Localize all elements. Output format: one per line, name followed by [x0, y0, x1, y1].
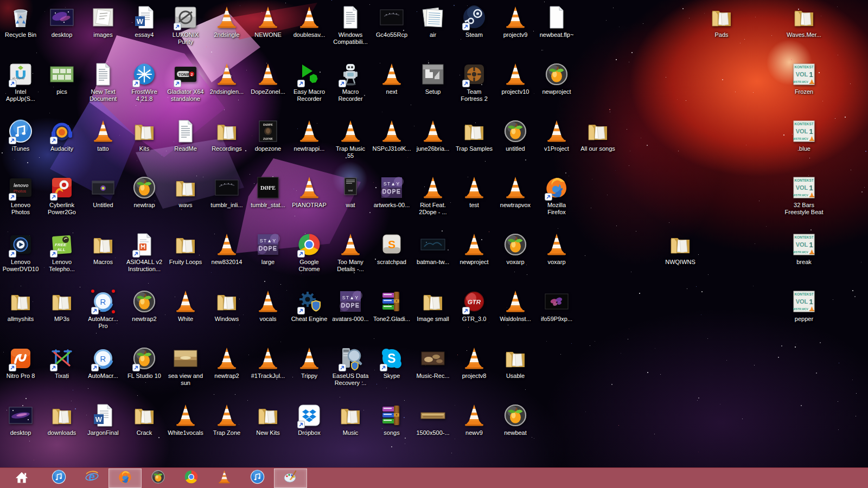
desktop-icon-test[interactable]: test — [454, 175, 495, 209]
desktop-icon-newproject-vlc[interactable]: newproject — [454, 232, 495, 266]
desktop-icon-white1vocals[interactable]: White1vocals — [165, 402, 206, 436]
desktop-icon-1500x500[interactable]: 1500x500-... — [412, 402, 454, 436]
desktop-icon-luxonix-purity[interactable]: LUXONIX Purity — [165, 4, 206, 46]
desktop-icon-itunes[interactable]: iTunes — [0, 118, 41, 152]
desktop-icon-scratchpad[interactable]: Sscratchpad — [371, 232, 412, 266]
taskbar-itunes[interactable] — [42, 468, 75, 488]
desktop-icon-voxarp-fl[interactable]: voxarp — [495, 232, 536, 266]
desktop-icon-setup[interactable]: Setup — [412, 61, 454, 95]
desktop-icon-newone[interactable]: NEWONE — [247, 4, 289, 38]
desktop-icon-white[interactable]: White — [165, 288, 206, 323]
desktop-icon-voxarp-vlc[interactable]: voxarp — [536, 232, 577, 266]
desktop-icon-newtrap2-vlc[interactable]: newtrap2 — [206, 345, 247, 380]
start-button[interactable] — [8, 468, 36, 488]
desktop-icon-allmyshits[interactable]: allmyshits — [0, 288, 41, 323]
desktop-icon-avatars-000[interactable]: ST▲YDOPEavatars-000... — [330, 288, 371, 323]
desktop-icon-tone2-gladi-rar[interactable]: Tone2.Gladi... — [371, 288, 412, 323]
desktop-icon-new-kits[interactable]: New Kits — [247, 402, 289, 436]
desktop-icon-v1project[interactable]: v1Project — [536, 118, 577, 152]
desktop-icon-2ndsingle[interactable]: 2ndsingle — [206, 4, 247, 38]
desktop-icon-newbeat-fl[interactable]: newbeat — [495, 402, 536, 436]
desktop-icon-tumblr-stat[interactable]: DØPEtumblr_stat... — [247, 175, 289, 209]
desktop-icon-large[interactable]: ST▲YDOPElarge — [247, 232, 289, 266]
desktop-icon-next[interactable]: next — [371, 61, 412, 95]
desktop-icon-mp3s[interactable]: MP3s — [41, 288, 82, 323]
desktop-icon-projectv9[interactable]: projectv9 — [495, 4, 536, 38]
desktop-icon-doublesav[interactable]: doublesav... — [289, 4, 330, 38]
desktop-icon-tumblr-inli[interactable]: tumblr_inli... — [206, 175, 247, 209]
desktop-icon-tixati[interactable]: Tixati — [41, 345, 82, 380]
desktop-icon-intel-appup[interactable]: el AppUpIntel AppUp(S... — [0, 61, 41, 102]
desktop-icon-batman-tw[interactable]: batman-tw... — [412, 232, 454, 266]
desktop-icon-automacro-pro[interactable]: RAutoMacr... Pro — [82, 288, 124, 330]
desktop-icon-windows-folder[interactable]: Windows — [206, 288, 247, 323]
desktop-icon-riot-feat-2dope[interactable]: Riot Feat. 2Dope - ... — [412, 175, 454, 216]
desktop-icon-gladiator-x64[interactable]: TONE2Gladiator X64 standalone — [165, 61, 206, 102]
desktop-icon-air[interactable]: air — [412, 4, 454, 38]
desktop-icon-projectv10[interactable]: projectv10 — [495, 61, 536, 95]
desktop-icon-jargonfinal[interactable]: WJargonFinal — [82, 402, 124, 436]
desktop-icon-image-small[interactable]: Image small — [412, 288, 454, 323]
desktop-icon-all-our-songs[interactable]: All our songs — [577, 118, 618, 152]
desktop-icon-32-bars-freestyle-beat[interactable]: KONTEKSTVOL1WSTR.WCV32 Bars Freestyle Be… — [783, 175, 825, 216]
desktop-icon-lenovo-powerdvd10[interactable]: Lenovo PowerDVD10 — [0, 232, 41, 273]
desktop-icon-newtrap2-fl[interactable]: newtrap2 — [124, 288, 165, 323]
desktop-icon-essay4[interactable]: Wessay4 — [124, 4, 165, 38]
desktop-icon-projectv8[interactable]: projectv8 — [454, 345, 495, 380]
desktop-icon-pics[interactable]: pics — [41, 61, 82, 95]
desktop-icon-new-text-document[interactable]: New Text Document — [82, 61, 124, 102]
desktop-icon-too-many-details[interactable]: Too Many Details -... — [330, 232, 371, 273]
desktop-icon-trap-music-55[interactable]: Trap Music 55 — [330, 118, 371, 159]
desktop-icon-automacro[interactable]: RAutoMacr... — [82, 345, 124, 380]
desktop-icon-trap-zone[interactable]: Trap Zone — [206, 402, 247, 436]
desktop-icon-untitled-screenshot[interactable]: Untitled — [82, 175, 124, 209]
desktop-icon-trap-samples[interactable]: Trap Samples — [454, 118, 495, 152]
desktop-icon-sea-view-and-sun[interactable]: sea view and sun — [165, 345, 206, 387]
desktop-icon-google-chrome[interactable]: Google Chrome — [289, 232, 330, 273]
desktop-icon-nitro-pro-8[interactable]: Nitro Pro 8 — [0, 345, 41, 380]
desktop-icon-new832014[interactable]: new832014 — [206, 232, 247, 266]
desktop-icon-untitled-fl[interactable]: untitled — [495, 118, 536, 152]
desktop-icon-dopezone[interactable]: DØPEZØNEdopezone — [247, 118, 289, 152]
desktop-icon-lenovo-photos[interactable]: lenovoPhotosLenovo Photos — [0, 175, 41, 216]
desktop-icon-recordings[interactable]: Recordings — [206, 118, 247, 152]
desktop-icon-songs[interactable]: songs — [371, 402, 412, 436]
desktop-icon-cyberlink-power2go[interactable]: Cyberlink Power2Go — [41, 175, 82, 216]
desktop-icon-crack[interactable]: Crack — [124, 402, 165, 436]
desktop-icon-lenovo-telepho[interactable]: FREEALLLenovo Telepho... — [41, 232, 82, 273]
taskbar-itunes-2[interactable] — [241, 468, 274, 488]
desktop-icon-tatto[interactable]: tatto — [82, 118, 124, 152]
desktop-icon-newv9[interactable]: newv9 — [454, 402, 495, 436]
desktop-icon-images[interactable]: images — [82, 4, 124, 38]
desktop-icon-steam[interactable]: Steam — [454, 4, 495, 38]
desktop-icon-nwqiwns[interactable]: NWQIWNS — [660, 232, 701, 266]
desktop-icon-mozilla-firefox[interactable]: Mozilla Firefox — [536, 175, 577, 216]
desktop-icon-skype[interactable]: SSkype — [371, 345, 412, 380]
desktop-icon-wat[interactable]: watwat — [330, 175, 371, 209]
desktop-icon-trippy[interactable]: Trippy — [289, 345, 330, 380]
desktop-icon-fl-studio-10[interactable]: FL Studio 10 — [124, 345, 165, 380]
desktop-icon-pianotrap[interactable]: PIANOTRAP — [289, 175, 330, 209]
desktop-icon-frostwire[interactable]: FrostWire 4.21.8 — [124, 61, 165, 102]
taskbar-fl-studio[interactable] — [142, 468, 175, 488]
desktop-icon-no1trackjul[interactable]: #1TrackJul... — [247, 345, 289, 380]
desktop-icon-cheat-engine[interactable]: Cheat Engine — [289, 288, 330, 323]
desktop-icon-fruity-loops[interactable]: Fruity Loops — [165, 232, 206, 266]
taskbar-vlc[interactable] — [208, 468, 241, 488]
desktop-icon-waldoinst[interactable]: WaldoInst... — [495, 288, 536, 323]
desktop-icon-newproject-fl[interactable]: newproject — [536, 61, 577, 95]
desktop-icon-macros[interactable]: Macros — [82, 232, 124, 266]
desktop-icon-ifo59p9xp[interactable]: ifo59P9xp... — [536, 288, 577, 323]
desktop-icon-music[interactable]: Music — [330, 402, 371, 436]
desktop-icon-waves-mer[interactable]: Waves.Mer... — [783, 4, 825, 38]
desktop-icon-frozen[interactable]: KONTEKSTVOL1WSTR.WCVFrozen — [783, 61, 825, 95]
desktop-icon-gtr-30[interactable]: GTRGTR_3.0 — [454, 288, 495, 323]
desktop-icon-newtrapvox[interactable]: newtrapvox — [495, 175, 536, 209]
desktop-icon-dopezonei[interactable]: DopeZoneI... — [247, 61, 289, 95]
desktop-icon-2ndsinglen[interactable]: 2ndsinglen... — [206, 61, 247, 95]
desktop-icon-break[interactable]: KONTEKSTVOL1WSTR.WCVbreak — [783, 232, 825, 266]
desktop-icon-nspcj31olk[interactable]: NSPcJ31olK... — [371, 118, 412, 152]
desktop-icon-wavs[interactable]: wavs — [165, 175, 206, 209]
desktop-icon-team-fortress-2[interactable]: Team Fortress 2 — [454, 61, 495, 102]
desktop-icon-downloads[interactable]: downloads — [41, 402, 82, 436]
